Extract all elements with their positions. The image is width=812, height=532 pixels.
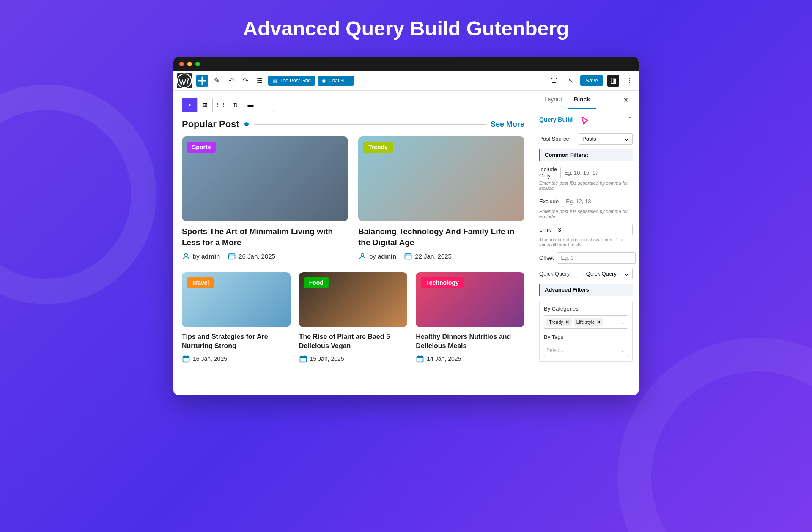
close-dot[interactable] xyxy=(179,62,184,66)
quick-query-select[interactable]: --Quick Query-- ⌄ xyxy=(579,268,633,279)
minimize-dot[interactable] xyxy=(187,62,192,66)
block-toolbar: ▪ ⊞ ⋮⋮ ⇅ ▬ ⋮ xyxy=(182,98,274,112)
section-header: Popular Post See More xyxy=(182,119,524,130)
remove-chip-icon[interactable]: ✕ xyxy=(597,319,601,325)
post-card[interactable]: TrendyBalancing Technology And Family Li… xyxy=(358,136,524,260)
editor-canvas: ▪ ⊞ ⋮⋮ ⇅ ▬ ⋮ Popular Post See More Sport… xyxy=(173,91,533,395)
advanced-filters-box: By Categories Trendy ✕Life style ✕⌄ By T… xyxy=(539,301,633,362)
editor-toolbar: ✎ ↶ ↷ ☰ ▦ The Post Grid ◉ ChatGPT 🖵 ⇱ Sa… xyxy=(173,71,639,91)
more-icon[interactable]: ⋮ xyxy=(623,75,635,87)
common-filters-header: Common Filters: xyxy=(539,149,633,161)
date-meta: 14 Jan, 2025 xyxy=(416,355,461,363)
category-tag[interactable]: Trendy xyxy=(363,142,393,153)
limit-help: The number of posts to show. Enter -1 to… xyxy=(539,237,633,247)
panel-header[interactable]: Query Build ⌃ xyxy=(533,109,639,128)
exclude-label: Exclude xyxy=(539,198,559,205)
undo-icon[interactable]: ↶ xyxy=(225,75,237,87)
chevron-down-icon: ⌄ xyxy=(617,320,624,325)
post-title: Healthy Dinners Nutritios and Delicious … xyxy=(416,332,524,350)
maximize-dot[interactable] xyxy=(195,62,200,66)
svg-rect-2 xyxy=(229,254,235,259)
by-tags-label: By Tags xyxy=(544,334,628,340)
chatgpt-icon: ◉ xyxy=(322,78,326,84)
remove-chip-icon[interactable]: ✕ xyxy=(565,319,569,325)
wordpress-logo[interactable] xyxy=(177,73,192,88)
desktop-view-icon[interactable]: 🖵 xyxy=(548,75,560,87)
titlebar xyxy=(173,57,639,71)
external-link-icon[interactable]: ⇱ xyxy=(564,75,576,87)
offset-input[interactable] xyxy=(557,252,636,264)
by-categories-label: By Categories xyxy=(544,306,628,312)
svg-point-3 xyxy=(361,254,364,256)
panel-title: Query Build xyxy=(539,116,573,123)
author-meta: by admin xyxy=(358,252,396,260)
post-source-label: Post Source xyxy=(539,136,575,142)
author-meta: by admin xyxy=(182,252,220,260)
svg-rect-4 xyxy=(405,254,411,259)
quick-query-label: Quick Query xyxy=(539,270,575,277)
svg-point-1 xyxy=(185,254,188,256)
section-title: Popular Post xyxy=(182,119,239,130)
include-help: Enter the post IDs separated by comma fo… xyxy=(539,180,633,191)
offset-label: Offset xyxy=(539,255,554,261)
post-title: The Rise of Plant are Baed 5 Delicious V… xyxy=(299,332,408,350)
include-input[interactable] xyxy=(560,167,639,178)
tags-select[interactable]: Select... ⌄ xyxy=(544,344,628,357)
page-heading: Advanced Query Build Gutenberg xyxy=(243,17,569,40)
post-source-select[interactable]: Posts ⌄ xyxy=(579,133,633,145)
limit-label: Limit xyxy=(539,226,551,233)
add-block-button[interactable] xyxy=(196,75,208,87)
category-tag[interactable]: Travel xyxy=(187,277,214,288)
date-meta: 26 Jan, 2025 xyxy=(228,252,275,260)
post-card[interactable]: SportsSports The Art of Minimalim Living… xyxy=(182,136,348,260)
drag-icon[interactable]: ⋮⋮ xyxy=(213,98,228,112)
svg-rect-5 xyxy=(183,357,189,362)
tab-block[interactable]: Block xyxy=(568,91,596,109)
browser-window: ✎ ↶ ↷ ☰ ▦ The Post Grid ◉ ChatGPT 🖵 ⇱ Sa… xyxy=(173,57,639,395)
redo-icon[interactable]: ↷ xyxy=(239,75,251,87)
arrows-icon[interactable]: ⇅ xyxy=(228,98,243,112)
chevron-down-icon: ⌄ xyxy=(617,348,624,353)
grid-layout-icon[interactable]: ⊞ xyxy=(198,98,213,112)
block-type-icon[interactable]: ▪ xyxy=(182,98,198,112)
settings-panel-toggle[interactable]: ◨ xyxy=(607,75,619,87)
post-card[interactable]: TravelTips and Strategies for Are Nurtur… xyxy=(182,272,291,363)
exclude-input[interactable] xyxy=(562,196,639,207)
include-label: Include Only xyxy=(539,166,557,179)
chevron-up-icon: ⌃ xyxy=(627,115,633,123)
date-meta: 15 Jan, 2025 xyxy=(299,355,344,363)
category-tag[interactable]: Technology xyxy=(421,277,464,288)
exclude-help: Enter the post IDs separated by comma fo… xyxy=(539,209,633,219)
svg-rect-7 xyxy=(417,357,423,362)
post-title: Sports The Art of Minimalim Living with … xyxy=(182,226,348,248)
bullet-icon xyxy=(244,122,249,126)
svg-rect-6 xyxy=(300,357,306,362)
post-title: Balancing Technology And Family Life in … xyxy=(358,226,524,248)
panel-body: Post Source Posts ⌄ Common Filters: Incl… xyxy=(533,128,639,367)
align-icon[interactable]: ▬ xyxy=(243,98,258,112)
category-tag[interactable]: Sports xyxy=(187,142,216,153)
limit-input[interactable] xyxy=(554,224,633,235)
chatgpt-button[interactable]: ◉ ChatGPT xyxy=(318,76,354,86)
save-button[interactable]: Save xyxy=(580,75,603,86)
category-chip[interactable]: Trendy ✕ xyxy=(546,318,572,326)
more-options-icon[interactable]: ⋮ xyxy=(258,98,274,112)
see-more-link[interactable]: See More xyxy=(491,120,524,129)
post-title: Tips and Strategies for Are Nurturing St… xyxy=(182,332,291,350)
date-meta: 16 Jan, 2025 xyxy=(182,355,227,363)
grid-icon: ▦ xyxy=(272,78,277,84)
category-tag[interactable]: Food xyxy=(304,277,329,288)
categories-select[interactable]: Trendy ✕Life style ✕⌄ xyxy=(544,315,628,329)
category-chip[interactable]: Life style ✕ xyxy=(574,318,603,326)
post-card[interactable]: FoodThe Rise of Plant are Baed 5 Delicio… xyxy=(299,272,408,363)
edit-icon[interactable]: ✎ xyxy=(211,75,222,87)
settings-sidebar: Layout Block ✕ Query Build ⌃ Post Source… xyxy=(533,91,639,395)
advanced-filters-header: Advanced Filters: xyxy=(539,284,633,296)
tab-layout[interactable]: Layout xyxy=(538,91,568,109)
divider-line xyxy=(254,124,486,125)
post-card[interactable]: TechnologyHealthy Dinners Nutritios and … xyxy=(416,272,524,363)
sidebar-tabs: Layout Block ✕ xyxy=(533,91,639,109)
post-grid-button[interactable]: ▦ The Post Grid xyxy=(268,76,315,86)
close-sidebar-icon[interactable]: ✕ xyxy=(618,91,634,109)
outline-icon[interactable]: ☰ xyxy=(254,75,266,87)
